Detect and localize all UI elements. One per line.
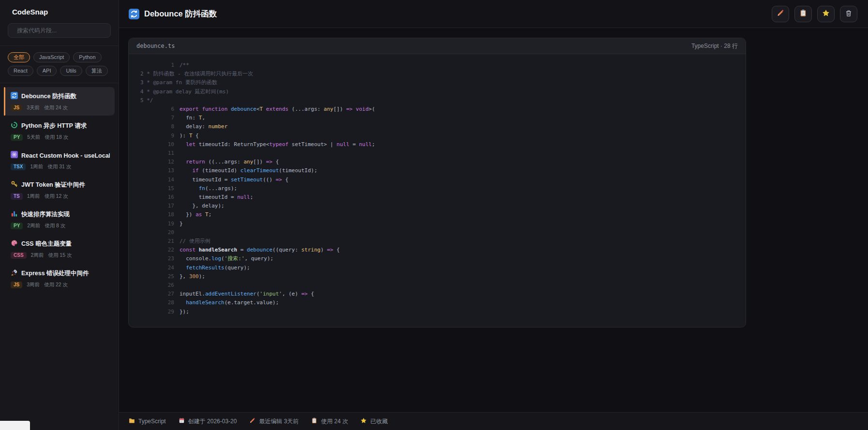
snippet-item-2[interactable]: React Custom Hook - useLocalStorageTSX1周… — [4, 146, 115, 175]
code-line-9: 9): T { — [129, 132, 746, 140]
line-number: 21 — [129, 237, 174, 246]
line-number: 15 — [129, 184, 174, 193]
filter-chip-2[interactable]: Python — [73, 52, 101, 62]
snippet-time: 1周前 — [27, 193, 40, 200]
favorite-button[interactable] — [817, 6, 835, 22]
line-number: 8 — [129, 122, 174, 131]
code-line-10: 10 let timeoutId: ReturnType<typeof setT… — [129, 140, 746, 149]
footer-label: 创建于 2026-03-20 — [188, 417, 237, 426]
code-line-4: 4 * @param delay 延迟时间(ms) — [129, 88, 746, 96]
snippet-usage: 使用 31 次 — [47, 163, 71, 170]
key-icon — [11, 180, 18, 190]
trash-icon — [845, 9, 853, 18]
snippet-time: 5天前 — [27, 134, 40, 141]
snippet-title: Debounce 防抖函数 — [21, 92, 76, 101]
language-badge: CSS — [11, 252, 27, 259]
debounce-icon — [11, 92, 18, 101]
code-line-26: 26 — [129, 281, 746, 290]
rocket-icon — [11, 269, 18, 278]
search-input[interactable] — [17, 27, 105, 34]
code-line-25: 25}, 300); — [129, 272, 746, 281]
snippet-time: 2周前 — [27, 222, 40, 229]
filename: debounce.ts — [136, 43, 175, 49]
snippet-item-6[interactable]: Express 错误处理中间件JS3周前使用 22 次 — [4, 264, 115, 293]
line-number: 16 — [129, 193, 174, 202]
code-line-24: 24 fetchResults(query); — [129, 264, 746, 272]
debounce-title-icon — [129, 9, 139, 19]
filter-chip-3[interactable]: React — [8, 66, 33, 76]
language-badge: TSX — [11, 163, 26, 170]
snippet-usage: 使用 22 次 — [44, 282, 68, 288]
delete-button[interactable] — [840, 6, 857, 22]
pencil-icon — [777, 9, 784, 18]
code-line-6: 6export function debounce<T extends (...… — [129, 105, 746, 114]
filter-chip-5[interactable]: Utils — [60, 66, 82, 76]
code-line-15: 15 fn(...args); — [129, 184, 746, 193]
snippet-item-5[interactable]: CSS 暗色主题变量CSS2周前使用 15 次 — [4, 235, 115, 263]
snippet-title: 快速排序算法实现 — [21, 210, 70, 219]
footer-item-4: 已收藏 — [360, 417, 388, 426]
line-number: 11 — [129, 149, 174, 158]
copy-button[interactable] — [794, 6, 812, 22]
snippet-item-4[interactable]: 快速排序算法实现PY2周前使用 8 次 — [4, 205, 115, 234]
filter-chip-0[interactable]: 全部 — [8, 52, 30, 62]
snippet-title: Python 异步 HTTP 请求 — [21, 122, 87, 130]
filter-chip-4[interactable]: API — [37, 66, 57, 76]
main-body: debounce.ts TypeScript · 28 行 1/**2 * 防抖… — [119, 28, 868, 412]
line-number: 14 — [129, 176, 174, 184]
clipboard-icon — [799, 9, 807, 18]
snippet-usage: 使用 15 次 — [48, 252, 72, 259]
footer-label: 已收藏 — [370, 417, 388, 426]
code-line-5: 5 */ — [129, 96, 746, 105]
snippet-title: Express 错误处理中间件 — [21, 269, 89, 278]
line-number: 27 — [129, 290, 174, 298]
code-line-27: 27inputEl.addEventListener('input', (e) … — [129, 290, 746, 298]
line-number: 25 — [129, 272, 174, 281]
line-number: 22 — [129, 246, 174, 254]
code-line-2: 2 * 防抖函数 - 在连续调用时只执行最后一次 — [129, 70, 746, 78]
snippet-item-3[interactable]: JWT Token 验证中间件TS1周前使用 12 次 — [4, 176, 115, 204]
line-number: 23 — [129, 254, 174, 263]
sidebar: CodeSnap 全部JavaScriptPythonReactAPIUtils… — [0, 0, 119, 430]
code-line-20: 20 — [129, 228, 746, 237]
code-line-3: 3 * @param fn 要防抖的函数 — [129, 78, 746, 87]
language-badge: JS — [11, 282, 22, 288]
snippet-item-1[interactable]: Python 异步 HTTP 请求PY5天前使用 18 次 — [4, 117, 115, 145]
line-number: 24 — [129, 264, 174, 272]
code-line-8: 8 delay: number — [129, 122, 746, 131]
code-line-19: 19} — [129, 220, 746, 228]
line-number: 1 — [129, 61, 174, 70]
language-badge: TS — [11, 193, 23, 200]
snippet-title: React Custom Hook - useLocalStorage — [21, 152, 110, 159]
code-line-11: 11 — [129, 149, 746, 158]
main-header: Debounce 防抖函数 — [119, 0, 868, 28]
code-area: 1/**2 * 防抖函数 - 在连续调用时只执行最后一次3 * @param f… — [129, 54, 746, 327]
star-icon — [360, 417, 367, 425]
code-card: debounce.ts TypeScript · 28 行 1/**2 * 防抖… — [128, 38, 746, 327]
header-actions — [772, 6, 857, 22]
code-line-28: 28 handleSearch(e.target.value); — [129, 298, 746, 307]
status-popup — [0, 421, 30, 430]
line-number: 19 — [129, 220, 174, 228]
snippet-time: 1周前 — [30, 163, 43, 170]
code-line-17: 17 }, delay); — [129, 202, 746, 210]
edit-button[interactable] — [772, 6, 789, 22]
code-line-29: 29}); — [129, 308, 746, 316]
star-icon — [822, 9, 830, 18]
footer-label: 最近编辑 3天前 — [259, 417, 299, 426]
line-number: 18 — [129, 210, 174, 219]
language-info: TypeScript · 28 行 — [691, 42, 738, 50]
line-number: 7 — [129, 114, 174, 122]
code-line-7: 7 fn: T, — [129, 114, 746, 122]
footer-item-1: 创建于 2026-03-20 — [179, 417, 237, 426]
filter-chip-6[interactable]: 算法 — [86, 66, 108, 76]
search-box[interactable] — [8, 23, 111, 38]
filter-chip-1[interactable]: JavaScript — [33, 52, 70, 62]
python-icon — [11, 121, 18, 131]
line-number: 6 — [129, 105, 174, 114]
app-logo: CodeSnap — [0, 0, 119, 22]
line-number: 29 — [129, 308, 174, 316]
line-number: 12 — [129, 158, 174, 166]
snippet-item-0[interactable]: Debounce 防抖函数JS3天前使用 24 次 — [4, 87, 115, 116]
clipboard-icon — [311, 417, 317, 425]
